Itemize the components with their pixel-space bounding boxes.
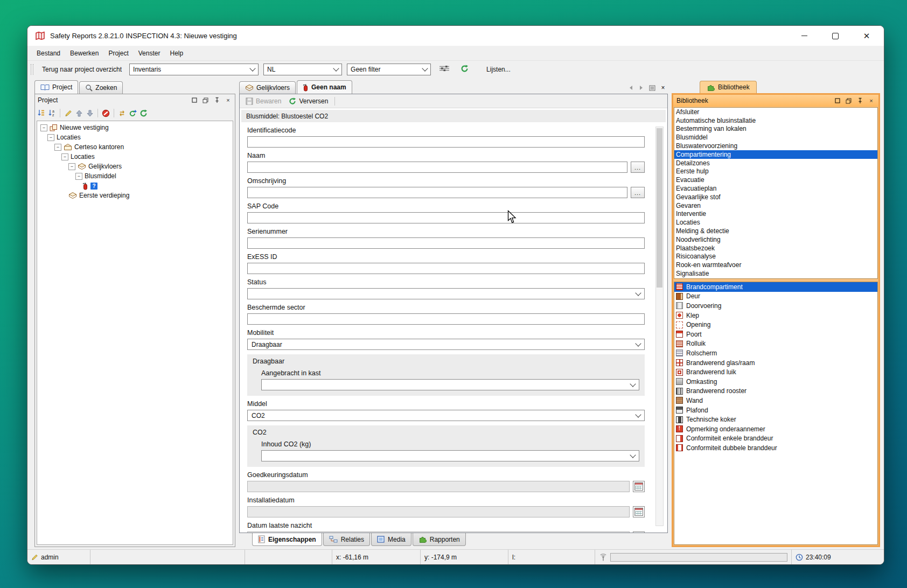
library-category-locaties[interactable]: Locaties: [674, 218, 877, 227]
language-combobox[interactable]: NL: [263, 64, 342, 75]
tab-scroll-left-icon[interactable]: [626, 83, 636, 93]
library-category-rook-en-warmteafvoer[interactable]: Rook-en warmteafvoer: [674, 261, 877, 269]
tree-node-locaties[interactable]: −Locaties: [38, 152, 233, 162]
goedkeuringsdatum-date-input[interactable]: [247, 481, 630, 492]
library-item-deur[interactable]: Deur: [674, 292, 877, 302]
omschrijving-browse-button[interactable]: ...: [631, 187, 645, 198]
maximize-button[interactable]: [824, 28, 847, 44]
refresh-add-icon[interactable]: [129, 109, 137, 117]
move-down-icon[interactable]: [86, 109, 94, 117]
installatiedatum-calendar-button[interactable]: [633, 506, 645, 517]
library-item-brandwerend-luik[interactable]: Brandwerend luik: [674, 367, 877, 377]
library-item-klep[interactable]: Klep: [674, 311, 877, 320]
module-combobox[interactable]: Inventaris: [129, 64, 259, 75]
library-category-afsluiter[interactable]: Afsluiter: [674, 108, 877, 116]
status-select[interactable]: [247, 288, 645, 299]
library-category-evacuatieplan[interactable]: Evacuatieplan: [674, 184, 877, 193]
panel-close-icon[interactable]: ×: [867, 97, 875, 104]
edit-pencil-icon[interactable]: [64, 109, 72, 117]
installatiedatum-date-input[interactable]: [247, 506, 630, 517]
filter-settings-icon[interactable]: [436, 63, 453, 75]
middel-select[interactable]: CO2: [247, 410, 645, 421]
library-category-noodverlichting[interactable]: Noodverlichting: [674, 235, 877, 244]
menu-item-bewerken[interactable]: Bewerken: [65, 47, 103, 59]
panel-maximize-icon[interactable]: [833, 97, 841, 104]
library-item-wand[interactable]: Wand: [674, 396, 877, 405]
lists-button[interactable]: Lijsten...: [484, 64, 513, 75]
panel-pin-icon[interactable]: [856, 97, 864, 104]
tree-node-nieuwe-vestiging[interactable]: −Nieuwe vestiging: [38, 123, 233, 132]
sort-structure-icon[interactable]: [37, 109, 45, 117]
library-item-opening[interactable]: Opening: [674, 320, 877, 330]
panel-close-icon[interactable]: ×: [224, 96, 232, 104]
tree-node-certeso-kantoren[interactable]: −Certeso kantoren: [38, 142, 233, 152]
tree-expander-icon[interactable]: −: [40, 124, 47, 131]
goedkeuringsdatum-calendar-button[interactable]: [633, 481, 645, 492]
datum-laatste-nazicht-date-input[interactable]: [247, 531, 630, 533]
library-item-brandwerend-rooster[interactable]: Brandwerend rooster: [674, 387, 877, 396]
bottom-tab-media[interactable]: Media: [371, 533, 411, 546]
save-button[interactable]: Bewaren: [243, 96, 283, 106]
library-category-detailzones[interactable]: Detailzones: [674, 159, 877, 167]
library-category-eerste-hulp[interactable]: Eerste hulp: [674, 167, 877, 176]
library-item-conformiteit-enkele-branddeur[interactable]: Conformiteit enkele branddeur: [674, 434, 877, 444]
tab-scroll-right-icon[interactable]: [637, 83, 646, 93]
tab-list-icon[interactable]: [647, 83, 657, 93]
menu-item-project[interactable]: Project: [103, 47, 133, 59]
library-category-compartimentering[interactable]: Compartimentering: [674, 150, 877, 159]
sort-alphabetical-icon[interactable]: az: [48, 109, 56, 117]
tree-expander-icon[interactable]: −: [68, 163, 75, 170]
library-item-omkasting[interactable]: Omkasting: [674, 377, 877, 387]
tree-expander-icon[interactable]: −: [47, 134, 54, 141]
library-item-plafond[interactable]: Plafond: [674, 405, 877, 415]
library-category-evacuatie[interactable]: Evacuatie: [674, 176, 877, 184]
library-item-technische-koker[interactable]: Technische koker: [674, 415, 877, 424]
library-item-rolscherm[interactable]: Rolscherm: [674, 348, 877, 358]
library-item-rolluik[interactable]: Rolluik: [674, 339, 877, 349]
tree-expander-icon[interactable]: −: [54, 144, 61, 151]
library-category-signalisatie[interactable]: Signalisatie: [674, 269, 877, 278]
library-item-brandwerend-glas-raam[interactable]: Brandwerend glas/raam: [674, 358, 877, 368]
naam-input[interactable]: [247, 162, 627, 173]
tree-node-eerste-verdieping[interactable]: Eerste verdieping: [38, 191, 233, 200]
beschermde-sector-input[interactable]: [247, 313, 645, 325]
sap-code-input[interactable]: [247, 212, 645, 223]
tab-close-icon[interactable]: ×: [658, 83, 668, 93]
panel-restore-icon[interactable]: [845, 97, 853, 104]
move-up-icon[interactable]: [75, 109, 83, 117]
tree-node-blusmiddel[interactable]: −Blusmiddel: [38, 171, 233, 181]
refresh-document-button[interactable]: Verversen: [287, 96, 330, 106]
mobiliteit-select[interactable]: Draagbaar: [247, 339, 645, 350]
menu-item-help[interactable]: Help: [165, 47, 188, 59]
back-to-overview-button[interactable]: Terug naar project overzicht: [39, 64, 124, 75]
block-icon[interactable]: [102, 109, 110, 117]
panel-pin-icon[interactable]: [213, 96, 221, 104]
tab-bibliotheek[interactable]: Bibliotheek: [700, 81, 757, 93]
library-category-interventie[interactable]: Interventie: [674, 210, 877, 219]
close-button[interactable]: ✕: [855, 28, 878, 44]
menu-item-bestand[interactable]: Bestand: [32, 47, 65, 59]
tree-node-gelijkvloers[interactable]: −Gelijkvloers: [38, 162, 233, 171]
panel-restore-icon[interactable]: [201, 96, 210, 104]
library-category-risicoanalyse[interactable]: Risicoanalyse: [674, 253, 877, 261]
inhoud-co2-kg-select[interactable]: [261, 450, 639, 461]
minimize-button[interactable]: [792, 28, 816, 44]
scrollbar-thumb[interactable]: [657, 128, 662, 288]
panel-maximize-icon[interactable]: [190, 96, 198, 104]
identificatiecode-input[interactable]: [247, 136, 645, 148]
form-scrollbar[interactable]: [655, 127, 664, 526]
swap-icon[interactable]: [118, 109, 126, 117]
omschrijving-input[interactable]: [247, 187, 627, 198]
library-category-gevaren[interactable]: Gevaren: [674, 201, 877, 210]
library-category-bluswatervoorziening[interactable]: Bluswatervoorziening: [674, 142, 877, 150]
library-category-gevaarlijke-stof[interactable]: Gevaarlijke stof: [674, 193, 877, 201]
library-item-conformiteit-dubbele-branddeur[interactable]: Conformiteit dubbele branddeur: [674, 443, 877, 453]
tab-geen-naam[interactable]: Geen naam: [297, 80, 352, 94]
datum-laatste-nazicht-calendar-button[interactable]: [633, 531, 645, 533]
tree-expander-icon[interactable]: −: [75, 173, 82, 180]
library-item-doorvoering[interactable]: Doorvoering: [674, 301, 877, 311]
serienummer-input[interactable]: [247, 237, 645, 249]
filter-combobox[interactable]: Geen filter: [347, 64, 431, 75]
library-category-plaatsbezoek[interactable]: Plaatsbezoek: [674, 244, 877, 253]
bottom-tab-rapporten[interactable]: Rapporten: [413, 533, 466, 546]
